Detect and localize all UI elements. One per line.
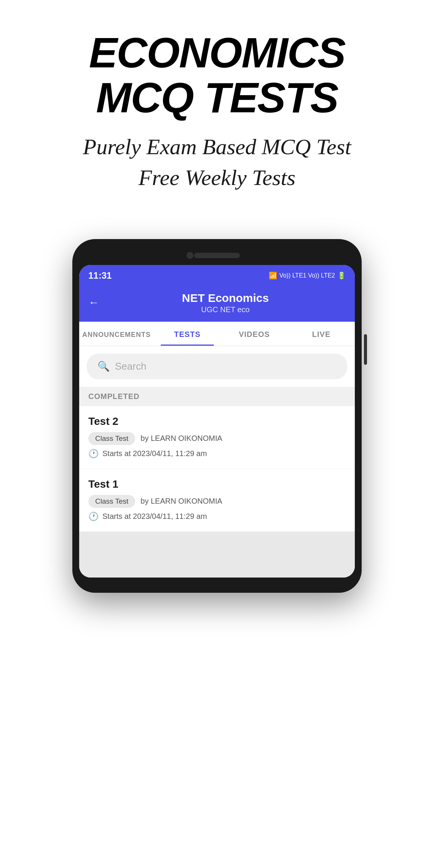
- test-2-badge: Class Test: [88, 432, 135, 445]
- test-2-name: Test 2: [88, 415, 346, 428]
- search-section: 🔍 Search: [79, 346, 355, 387]
- phone-mockup-container: 11:31 📶 Vo)) LTE1 Vo)) LTE2 🔋 ← NET Econ…: [0, 239, 434, 593]
- app-nav-header: ← NET Economics UGC NET eco: [79, 286, 355, 322]
- test-1-meta: Class Test by LEARN OIKONOMIA: [88, 495, 346, 508]
- test-2-meta: Class Test by LEARN OIKONOMIA: [88, 432, 346, 445]
- search-bar[interactable]: 🔍 Search: [87, 354, 347, 379]
- tab-videos[interactable]: VIDEOS: [221, 322, 288, 346]
- clock-icon-test2: 🕐: [88, 449, 99, 459]
- phone-side-button: [364, 334, 367, 365]
- test-1-starts-at: Starts at 2023/04/11, 11:29 am: [102, 512, 207, 521]
- tabs-bar: ANNOUNCEMENTS TESTS VIDEOS LIVE: [79, 322, 355, 346]
- battery-icon: 🔋: [337, 271, 346, 280]
- title-line1: ECONOMICS: [89, 29, 345, 77]
- phone-speaker: [194, 253, 240, 258]
- tab-live[interactable]: LIVE: [288, 322, 355, 346]
- back-button[interactable]: ←: [88, 297, 99, 309]
- search-icon: 🔍: [97, 361, 110, 372]
- tab-announcements[interactable]: ANNOUNCEMENTS: [79, 322, 154, 346]
- signal-text: Vo)) LTE1 Vo)) LTE2: [279, 272, 335, 279]
- subtitle-line1: Purely Exam Based MCQ Test: [83, 134, 351, 159]
- phone-camera: [187, 252, 193, 259]
- phone-screen: 11:31 📶 Vo)) LTE1 Vo)) LTE2 🔋 ← NET Econ…: [79, 265, 355, 578]
- test-2-author: by LEARN OIKONOMIA: [140, 434, 222, 443]
- test-1-name: Test 1: [88, 478, 346, 490]
- app-screen-subtitle: UGC NET eco: [105, 305, 346, 314]
- status-time: 11:31: [88, 270, 112, 281]
- test-1-author: by LEARN OIKONOMIA: [140, 497, 222, 506]
- test-2-time-row: 🕐 Starts at 2023/04/11, 11:29 am: [88, 449, 346, 459]
- phone-bezel-top: [79, 251, 355, 260]
- test-1-badge: Class Test: [88, 495, 135, 508]
- subtitle: Purely Exam Based MCQ Test Free Weekly T…: [38, 131, 396, 193]
- search-placeholder: Search: [115, 361, 146, 372]
- test-2-starts-at: Starts at 2023/04/11, 11:29 am: [102, 449, 207, 458]
- title-line2: MCQ TESTS: [96, 74, 338, 121]
- app-header-section: ECONOMICS MCQ TESTS Purely Exam Based MC…: [0, 0, 434, 216]
- test-item-2[interactable]: Test 2 Class Test by LEARN OIKONOMIA 🕐 S…: [79, 406, 355, 469]
- status-icons: 📶 Vo)) LTE1 Vo)) LTE2 🔋: [269, 271, 346, 280]
- app-title-section: NET Economics UGC NET eco: [105, 292, 346, 314]
- clock-icon-test1: 🕐: [88, 512, 99, 522]
- status-bar: 11:31 📶 Vo)) LTE1 Vo)) LTE2 🔋: [79, 265, 355, 286]
- phone-frame: 11:31 📶 Vo)) LTE1 Vo)) LTE2 🔋 ← NET Econ…: [72, 239, 362, 593]
- app-screen-title: NET Economics: [105, 292, 346, 305]
- test-item-1[interactable]: Test 1 Class Test by LEARN OIKONOMIA 🕐 S…: [79, 469, 355, 532]
- gray-bottom-area: [79, 532, 355, 578]
- subtitle-line2: Free Weekly Tests: [139, 165, 295, 190]
- tab-tests[interactable]: TESTS: [154, 322, 221, 346]
- main-title: ECONOMICS MCQ TESTS: [38, 30, 396, 120]
- section-completed-label: COMPLETED: [79, 387, 355, 406]
- wifi-icon: 📶: [269, 271, 277, 280]
- test-1-time-row: 🕐 Starts at 2023/04/11, 11:29 am: [88, 512, 346, 522]
